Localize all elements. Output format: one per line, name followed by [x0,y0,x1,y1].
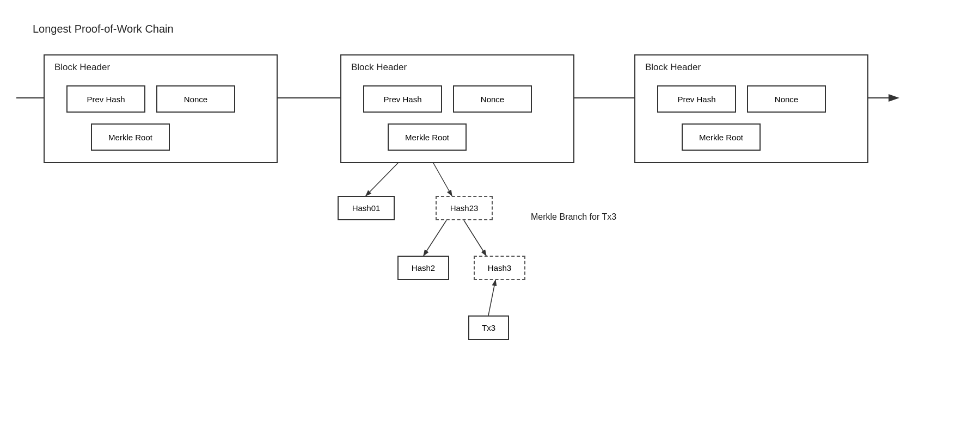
svg-line-11 [464,220,486,256]
block3-nonce: Nonce [747,85,826,113]
svg-line-12 [488,280,495,315]
block2-nonce: Nonce [453,85,532,113]
block1: Block Header Prev Hash Nonce Merkle Root [44,54,278,163]
hash23-node: Hash23 [436,196,493,220]
block1-prevhash: Prev Hash [66,85,145,113]
block2-merkleroot: Merkle Root [388,123,467,151]
block1-merkleroot: Merkle Root [91,123,170,151]
block3-label: Block Header [645,62,701,73]
block3: Block Header Prev Hash Nonce Merkle Root [634,54,868,163]
svg-line-10 [424,220,446,256]
block2: Block Header Prev Hash Nonce Merkle Root [340,54,574,163]
merkle-branch-label: Merkle Branch for Tx3 [531,212,616,222]
page-title: Longest Proof-of-Work Chain [33,23,174,35]
block2-label: Block Header [351,62,407,73]
hash01-node: Hash01 [338,196,395,220]
block1-nonce: Nonce [156,85,235,113]
hash3-node: Hash3 [474,256,525,280]
block2-prevhash: Prev Hash [363,85,442,113]
block3-merkleroot: Merkle Root [682,123,761,151]
block1-label: Block Header [54,62,110,73]
tx3-node: Tx3 [468,315,509,340]
block3-prevhash: Prev Hash [657,85,736,113]
hash2-node: Hash2 [397,256,449,280]
